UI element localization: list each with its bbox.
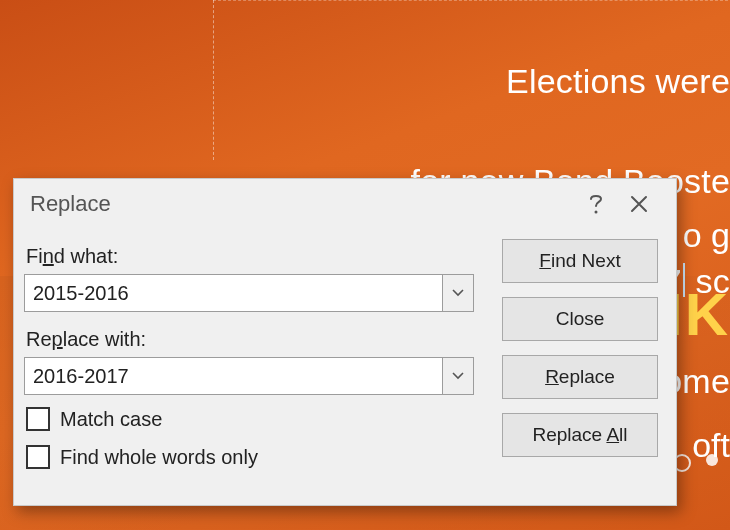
replace-post: eplace: [559, 366, 615, 387]
find-what-label: Find what:: [26, 245, 478, 268]
slide-lower-2: l t: [704, 526, 730, 530]
close-icon: [630, 195, 648, 213]
nav-dot-icon[interactable]: [706, 454, 718, 466]
replace-dialog: Replace Find what:: [13, 178, 677, 506]
find-label-pre: Fi: [26, 245, 43, 267]
check2-ul: w: [104, 446, 118, 468]
checkbox-box-icon: [26, 445, 50, 469]
replace-ul: R: [545, 366, 559, 387]
help-icon: [588, 193, 604, 215]
replaceall-post: ll: [619, 424, 627, 445]
match-case-checkbox[interactable]: Match case: [26, 407, 478, 431]
close-button[interactable]: [616, 195, 662, 213]
find-next-button[interactable]: Find Next: [502, 239, 658, 283]
replaceall-ul: A: [606, 424, 619, 445]
svg-point-0: [595, 211, 598, 214]
replace-button[interactable]: Replace: [502, 355, 658, 399]
check1-pre: Match: [60, 408, 120, 430]
replace-label-ul: p: [52, 328, 63, 350]
help-button[interactable]: [576, 193, 616, 215]
textbox-guide-vertical: [213, 0, 214, 160]
replace-with-input[interactable]: [25, 358, 442, 394]
dialog-title: Replace: [30, 191, 576, 217]
replace-with-dropdown[interactable]: [442, 358, 473, 394]
findnext-post: ind Next: [551, 250, 621, 271]
dialog-body: Find what: Replace with:: [14, 229, 676, 485]
find-what-input[interactable]: [25, 275, 442, 311]
replace-all-button[interactable]: Replace All: [502, 413, 658, 457]
whole-words-checkbox[interactable]: Find whole words only: [26, 445, 478, 469]
slide-line-1: Elections were: [506, 62, 730, 100]
chevron-down-icon: [452, 372, 464, 380]
replace-with-label: Replace with:: [26, 328, 478, 351]
replace-label-pre: Re: [26, 328, 52, 350]
close-dialog-button[interactable]: Close: [502, 297, 658, 341]
dialog-titlebar[interactable]: Replace: [14, 179, 676, 229]
whole-words-label: Find whole words only: [60, 446, 258, 469]
find-label-post: d what:: [54, 245, 118, 267]
dialog-button-column: Find Next Close Replace Replace All: [502, 239, 658, 469]
slide-nav-dots: [673, 454, 718, 472]
textbox-guide-horizontal: [213, 0, 730, 1]
replace-with-combo: [24, 357, 474, 395]
replaceall-pre: Replace: [532, 424, 606, 445]
slide-line-5: o g: [683, 216, 730, 255]
find-what-dropdown[interactable]: [442, 275, 473, 311]
check2-post: hole words only: [119, 446, 258, 468]
dialog-left-column: Find what: Replace with:: [24, 239, 478, 469]
find-label-ul: n: [43, 245, 54, 267]
findnext-ul: F: [539, 250, 551, 271]
options-group: Match case Find whole words only: [24, 407, 478, 469]
check1-ul: c: [120, 408, 130, 430]
match-case-label: Match case: [60, 408, 162, 431]
slide-canvas: Elections were for new Band Booste 2016-…: [0, 0, 730, 530]
replace-label-post: lace with:: [63, 328, 146, 350]
chevron-down-icon: [452, 289, 464, 297]
checkbox-box-icon: [26, 407, 50, 431]
check1-post: ase: [130, 408, 162, 430]
check2-pre: Find: [60, 446, 104, 468]
find-what-combo: [24, 274, 474, 312]
